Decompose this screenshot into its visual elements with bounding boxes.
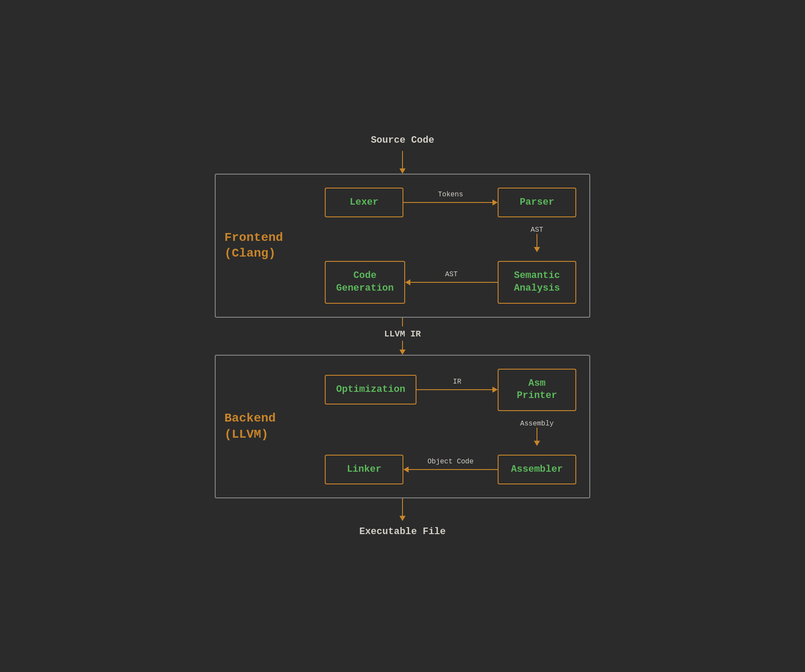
code-generation-box: Code Generation bbox=[325, 261, 405, 303]
backend-section: Backend (LLVM) Optimization IR Asm Print… bbox=[215, 355, 590, 499]
frontend-row-2: Code Generation AST Semantic Analysis bbox=[325, 261, 576, 303]
optimization-box: Optimization bbox=[325, 375, 416, 405]
ast-left-arrow: AST bbox=[405, 279, 498, 285]
assembly-down-arrow: Assembly bbox=[498, 420, 576, 446]
linker-box: Linker bbox=[325, 455, 403, 485]
assembler-box: Assembler bbox=[498, 455, 576, 485]
frontend-section: Frontend (Clang) Lexer Tokens Parser AST bbox=[215, 174, 590, 318]
source-to-frontend-arrow bbox=[399, 151, 406, 174]
frontend-row-1: Lexer Tokens Parser bbox=[325, 188, 576, 218]
frontend-between-rows: AST bbox=[325, 226, 576, 252]
lexer-box: Lexer bbox=[325, 188, 403, 218]
ir-label: IR bbox=[453, 378, 461, 386]
semantic-analysis-box: Semantic Analysis bbox=[498, 261, 576, 303]
llvm-ir-connector: LLVM IR bbox=[384, 318, 421, 355]
backend-to-executable-arrow bbox=[399, 498, 406, 521]
ir-arrow: IR bbox=[416, 387, 498, 393]
executable-connector bbox=[399, 498, 406, 521]
ast-down-arrow: AST bbox=[498, 226, 576, 252]
tokens-arrow: Tokens bbox=[403, 199, 498, 206]
backend-row-1: Optimization IR Asm Printer bbox=[325, 369, 576, 411]
asm-printer-box: Asm Printer bbox=[498, 369, 576, 411]
executable-label: Executable File bbox=[359, 526, 446, 537]
frontend-label: Frontend (Clang) bbox=[224, 230, 283, 261]
backend-content: Optimization IR Asm Printer Assembly bbox=[325, 369, 576, 485]
llvm-ir-label: LLVM IR bbox=[384, 329, 421, 339]
backend-row-2: Linker Object Code Assembler bbox=[325, 455, 576, 485]
llvmir-to-backend-arrow bbox=[399, 341, 406, 355]
object-code-arrow: Object Code bbox=[403, 466, 498, 473]
frontend-to-llvmir-arrow bbox=[402, 318, 403, 326]
diagram: Source Code Frontend (Clang) Lexer Token… bbox=[206, 117, 599, 555]
backend-between-rows: Assembly bbox=[325, 420, 576, 446]
source-code-label: Source Code bbox=[371, 135, 434, 146]
backend-label: Backend (LLVM) bbox=[224, 411, 276, 442]
object-code-label: Object Code bbox=[427, 458, 474, 466]
ast-label-2: AST bbox=[445, 271, 458, 278]
tokens-label: Tokens bbox=[438, 191, 463, 199]
parser-box: Parser bbox=[498, 188, 576, 218]
frontend-content: Lexer Tokens Parser AST bbox=[325, 188, 576, 304]
